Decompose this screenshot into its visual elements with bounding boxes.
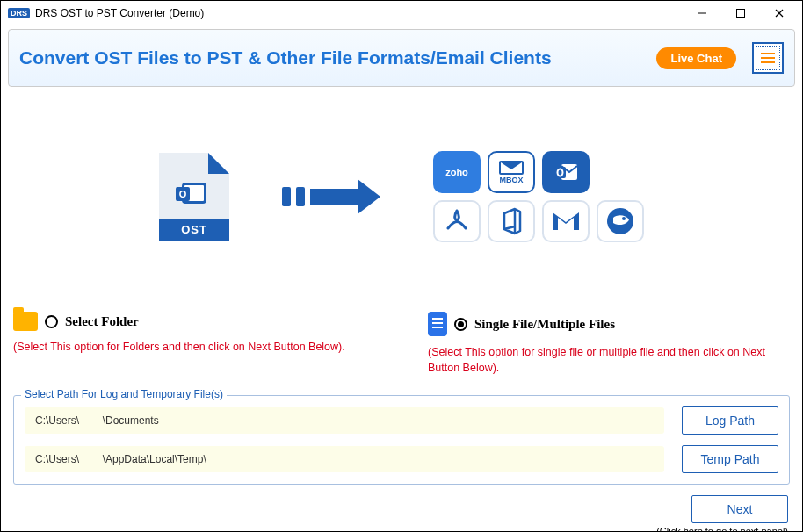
temp-path-button[interactable]: Temp Path <box>682 445 778 473</box>
close-button[interactable] <box>760 1 799 25</box>
single-file-desc: (Select This option for single file or m… <box>428 345 790 376</box>
svg-rect-1 <box>737 10 745 18</box>
thunderbird-icon <box>597 200 644 242</box>
ost-label: OST <box>159 219 229 241</box>
window-title: DRS OST to PST Converter (Demo) <box>35 7 204 19</box>
maximize-button[interactable] <box>721 1 760 25</box>
arrow-icon <box>282 179 380 214</box>
document-icon <box>428 312 447 336</box>
single-file-label: Single File/Multiple Files <box>474 317 615 332</box>
hamburger-icon <box>760 52 776 64</box>
svg-point-11 <box>622 217 626 220</box>
gmail-icon <box>542 200 590 242</box>
select-folder-option: Select Folder (Select This option for Fo… <box>13 312 375 376</box>
paths-fieldset: Select Path For Log and Temporary File(s… <box>13 395 790 485</box>
log-path-button[interactable]: Log Path <box>682 406 778 435</box>
mbox-icon: MBOX <box>488 151 535 193</box>
office365-icon <box>488 200 535 242</box>
single-file-option: Single File/Multiple Files (Select This … <box>428 312 790 376</box>
illustration: OST zoho MBOX <box>13 113 790 280</box>
titlebar: DRS DRS OST to PST Converter (Demo) <box>1 1 802 25</box>
paths-legend: Select Path For Log and Temporary File(s… <box>21 388 227 400</box>
menu-button[interactable] <box>752 42 784 74</box>
select-folder-radio[interactable] <box>45 315 58 328</box>
single-file-radio[interactable] <box>454 318 467 331</box>
temp-path-input[interactable] <box>25 446 664 472</box>
app-logo: DRS <box>8 8 30 18</box>
next-button[interactable]: Next <box>691 495 788 523</box>
next-hint: (Click here to go to next panel) <box>656 526 788 532</box>
log-path-input[interactable] <box>25 407 664 434</box>
header-title: Convert OST Files to PST & Other File Fo… <box>19 47 552 68</box>
minimize-button[interactable] <box>683 1 721 25</box>
folder-icon <box>13 312 38 331</box>
zoho-icon: zoho <box>433 151 481 193</box>
select-folder-desc: (Select This option for Folders and then… <box>13 340 375 356</box>
pdf-icon <box>433 200 481 242</box>
target-apps: zoho MBOX <box>433 151 644 242</box>
header-bar: Convert OST Files to PST & Other File Fo… <box>8 29 795 87</box>
select-folder-label: Select Folder <box>65 314 139 329</box>
ost-file-icon: OST <box>159 153 229 241</box>
live-chat-button[interactable]: Live Chat <box>656 47 736 69</box>
outlook-icon <box>542 151 590 193</box>
